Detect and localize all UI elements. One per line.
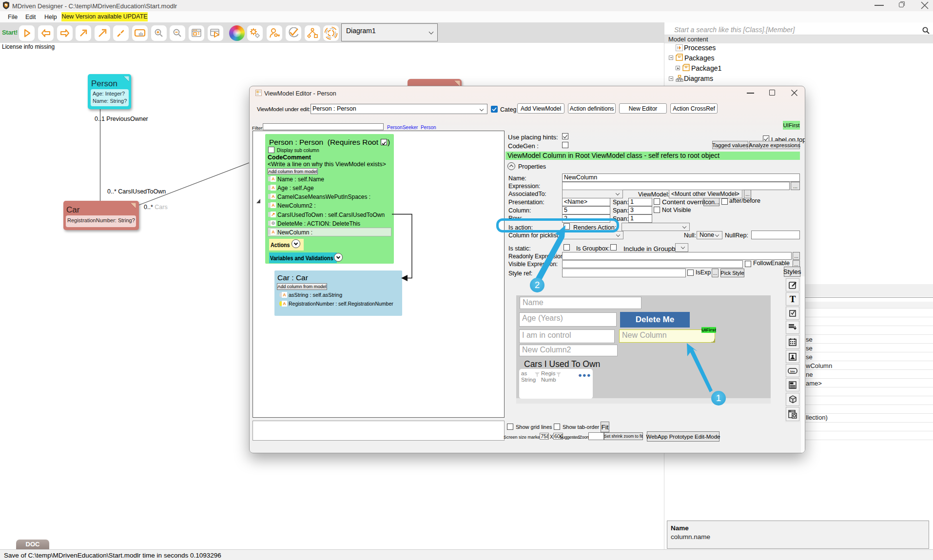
svg-text:btn: btn <box>790 369 795 372</box>
